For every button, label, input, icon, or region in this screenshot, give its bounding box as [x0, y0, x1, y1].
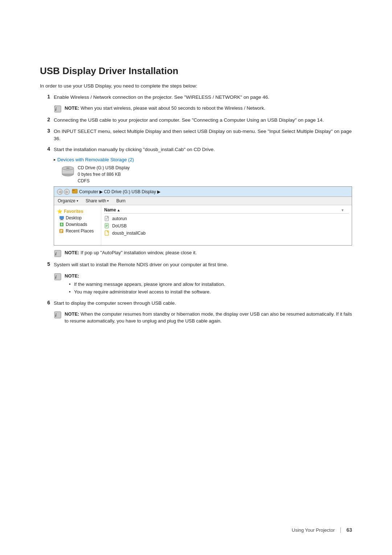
- svg-rect-24: [106, 226, 107, 227]
- svg-text:i: i: [55, 251, 57, 256]
- explorer-body: ⭐ Favorites Desktop Downloads: [54, 205, 352, 245]
- step-item-4: 4 Start the installation manually by cli…: [40, 146, 352, 153]
- step-content-4: Start the installation manually by click…: [54, 146, 352, 153]
- address-bar-icon: [72, 188, 78, 195]
- step-number-1: 1: [40, 94, 54, 100]
- svg-rect-9: [60, 216, 64, 219]
- file-autorun-name: autorun: [112, 216, 127, 221]
- page-title: USB Display Driver Installation: [40, 65, 352, 77]
- note-standalone-3: i NOTE: If the warning message appears, …: [54, 272, 352, 296]
- column-extra: ▾: [342, 208, 349, 212]
- file-row-dousb: DoUSB: [104, 222, 349, 230]
- screenshot-area: ▸ Devices with Removable Storage (2) CD …: [54, 157, 352, 246]
- svg-rect-8: [72, 190, 75, 191]
- step-item-5: 5 System will start to install the Remot…: [40, 261, 352, 268]
- svg-rect-10: [61, 219, 63, 220]
- svg-rect-17: [60, 232, 62, 232]
- intro-text: In order to use your USB Display, you ne…: [40, 83, 352, 89]
- removable-storage-line: ▸ Devices with Removable Storage (2): [54, 157, 352, 162]
- note-title-3: NOTE:: [65, 272, 225, 280]
- note-box-1: i NOTE: When you start wireless, please …: [54, 105, 352, 113]
- step-item-6: 6 Start to display the computer screen t…: [40, 300, 352, 307]
- sidebar-favorites-label: ⭐ Favorites: [54, 207, 101, 215]
- note-box-2: i NOTE: If pop up "AutoPlay" installatio…: [54, 249, 352, 258]
- explorer-toolbar: Organize ▾ Share with ▾ Burn: [54, 197, 352, 205]
- steps-list: 1 Enable Wireless / Network connection o…: [40, 94, 352, 325]
- note-text-1: NOTE: When you start wireless, please wa…: [65, 105, 265, 112]
- note-bullets-3: If the warning message appears, please i…: [69, 281, 225, 296]
- step-number-5: 5: [40, 261, 54, 267]
- note-icon-3: i: [54, 273, 62, 281]
- note-icon-4: i: [54, 311, 62, 319]
- triangle-icon: ▸: [54, 157, 56, 162]
- step-item-1: 1 Enable Wireless / Network connection o…: [40, 94, 352, 101]
- step-content-2: Connecting the USB cable to your project…: [54, 117, 352, 124]
- svg-text:i: i: [55, 274, 57, 280]
- note-text-4: NOTE: When the computer resumes from sta…: [65, 311, 352, 325]
- svg-rect-19: [106, 218, 108, 219]
- sidebar-item-downloads[interactable]: Downloads: [54, 221, 101, 228]
- address-bar: Computer ▶ CD Drive (G:) USB Display ▶: [72, 188, 349, 195]
- cd-info: CD Drive (G:) USB Display 0 bytes free o…: [78, 165, 130, 184]
- note-box-4: i NOTE: When the computer resumes from s…: [54, 311, 352, 325]
- sidebar-item-recent[interactable]: Recent Places: [54, 228, 101, 234]
- svg-rect-11: [60, 220, 64, 220]
- file-row-dousb-install: dousb_installCab: [104, 230, 349, 237]
- titlebar-btn-back[interactable]: ◁: [57, 189, 63, 195]
- svg-rect-16: [60, 231, 62, 232]
- step-content-3: On INPUT SELECT menu, select Multiple Di…: [54, 128, 352, 143]
- titlebar-btn-forward[interactable]: ▷: [64, 189, 70, 195]
- file-dousb-install-name: dousb_installCab: [112, 231, 146, 236]
- column-name-header: Name▲: [104, 207, 342, 212]
- file-row-autorun: autorun: [104, 215, 349, 222]
- step-item-2: 2 Connecting the USB cable to your proje…: [40, 117, 352, 124]
- removable-storage-text: Devices with Removable Storage (2): [57, 157, 134, 162]
- svg-rect-22: [106, 225, 108, 225]
- step-number-4: 4: [40, 146, 54, 152]
- explorer-main: Name▲ ▾ autorun DoUSB: [101, 205, 352, 245]
- explorer-window: ◁ ▷ Computer ▶ CD Drive (G:) USB Display…: [54, 186, 352, 246]
- file-dousb-name: DoUSB: [112, 223, 127, 228]
- cd-drive-row: CD Drive (G:) USB Display 0 bytes free o…: [61, 165, 352, 184]
- step-number-2: 2: [40, 117, 54, 122]
- note-icon-1: i: [54, 105, 62, 113]
- note-content-3: NOTE: If the warning message appears, pl…: [65, 272, 225, 296]
- step-number-3: 3: [40, 128, 54, 134]
- page-footer: Using Your Projector | 63: [292, 527, 352, 533]
- footer-separator: |: [340, 527, 341, 533]
- note-bullet-3-2: You may require administrator level acce…: [69, 288, 225, 296]
- note-bullet-3-1: If the warning message appears, please i…: [69, 281, 225, 288]
- explorer-header-row: Name▲ ▾: [104, 207, 349, 214]
- footer-page-number: 63: [346, 527, 352, 533]
- svg-rect-23: [106, 226, 108, 226]
- svg-text:i: i: [55, 106, 57, 112]
- svg-point-6: [67, 168, 69, 169]
- svg-rect-20: [106, 219, 107, 219]
- step-content-6: Start to display the computer screen thr…: [54, 300, 352, 307]
- svg-rect-15: [60, 230, 62, 231]
- cd-icon: [61, 165, 75, 178]
- sidebar-item-desktop[interactable]: Desktop: [54, 215, 101, 221]
- toolbar-burn[interactable]: Burn: [116, 198, 125, 203]
- explorer-sidebar: ⭐ Favorites Desktop Downloads: [54, 205, 101, 245]
- step-item-3: 3 On INPUT SELECT menu, select Multiple …: [40, 128, 352, 143]
- svg-rect-7: [72, 189, 77, 193]
- step-content-5: System will start to install the Remote …: [54, 261, 352, 268]
- explorer-titlebar: ◁ ▷ Computer ▶ CD Drive (G:) USB Display…: [54, 187, 352, 197]
- address-text: Computer ▶ CD Drive (G:) USB Display ▶: [79, 189, 160, 194]
- footer-section-label: Using Your Projector: [292, 527, 335, 533]
- titlebar-buttons: ◁ ▷: [57, 189, 70, 195]
- toolbar-share[interactable]: Share with ▾: [86, 198, 109, 203]
- note-text-2: NOTE: If pop up "AutoPlay" installation …: [65, 249, 197, 256]
- step-content-1: Enable Wireless / Network connection on …: [54, 94, 352, 101]
- toolbar-organize[interactable]: Organize ▾: [58, 198, 78, 203]
- step-number-6: 6: [40, 300, 54, 305]
- note-icon-2: i: [54, 250, 62, 258]
- svg-text:i: i: [55, 312, 57, 318]
